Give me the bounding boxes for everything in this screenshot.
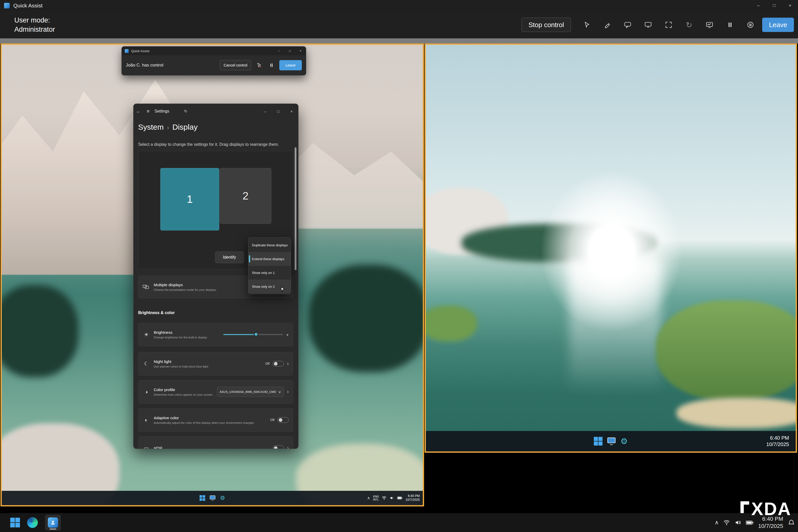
tray-chevron-icon[interactable]: ∧ [367, 496, 370, 500]
toggle-state-label: Off [265, 362, 269, 365]
settings-titlebar[interactable]: ← ≡ Settings ↻ – □ × [134, 104, 298, 119]
page-title: Display [172, 123, 197, 131]
monitor-icon [644, 21, 652, 28]
taskbar-app-icons [0, 515, 61, 530]
multiple-displays-icon [142, 284, 150, 290]
chevron-right-icon[interactable]: › [287, 388, 289, 395]
fullscreen-button[interactable] [660, 18, 677, 32]
adaptive-color-toggle[interactable] [278, 417, 289, 423]
row-title: HDR [154, 446, 269, 449]
start-button[interactable] [200, 495, 205, 501]
grass-bank-shape [656, 301, 796, 400]
brightness-slider[interactable] [223, 334, 283, 335]
stop-control-button[interactable]: Stop control [521, 18, 571, 32]
row-title: Night light [154, 359, 262, 364]
menu-item-show-only-1[interactable]: Show only on 1 [248, 266, 291, 280]
taskbar-clock[interactable]: 6:40 PM 10/7/2025 [405, 494, 420, 502]
monitor-select-button[interactable] [640, 18, 657, 32]
quick-assist-gear-icon[interactable]: ⚙ [220, 495, 225, 501]
display-1-rect[interactable]: 1 [160, 168, 219, 230]
brightness-row[interactable]: ☀ Brightness Change brightness for the b… [138, 323, 293, 346]
pause-button[interactable] [721, 18, 739, 32]
restore-button[interactable]: □ [766, 0, 782, 11]
night-light-row[interactable]: ☾ Night light Use warmer colors to help … [138, 352, 293, 376]
toggle-state-label: Off [270, 418, 274, 422]
chevron-right-icon[interactable]: › [287, 360, 289, 367]
host-taskbar: ∧ 6:40 PM 10/7/2025 [0, 513, 798, 532]
laser-pointer-button[interactable] [255, 61, 263, 70]
wifi-icon[interactable] [382, 496, 386, 500]
row-controls: › [273, 445, 289, 449]
taskbar-center-icons: ⚙ [594, 436, 628, 446]
minimize-button[interactable]: – [750, 0, 766, 11]
color-profile-row[interactable]: ◑ Color profile Determine how colors app… [138, 380, 293, 404]
color-profile-select[interactable]: ASUS_UX5406SA_8086_834C419D_CMDEF ∨ [217, 387, 284, 397]
display-app-icon[interactable] [607, 436, 616, 446]
mini-titlebar[interactable]: Quick Assist – □ × [122, 46, 306, 55]
adaptive-color-row[interactable]: ◐ Adaptive color Automatically adjust th… [138, 408, 293, 432]
slider-fill [223, 334, 256, 335]
back-icon[interactable]: ← [134, 109, 143, 114]
night-light-toggle[interactable] [273, 361, 284, 366]
start-button[interactable] [594, 437, 603, 445]
chevron-down-icon[interactable]: ∨ [286, 332, 289, 337]
mini-body: João C. has control Cancel control Leave [122, 55, 306, 75]
restore-button[interactable]: □ [272, 104, 285, 119]
task-manager-button[interactable] [701, 18, 718, 32]
restart-button[interactable]: ↻ [680, 18, 698, 32]
close-button[interactable]: × [782, 0, 798, 11]
display-app-icon[interactable] [209, 495, 216, 501]
tray-date: 10/7/2025 [766, 441, 789, 448]
row-text: Brightness Change brightness for the bui… [154, 330, 220, 339]
hdr-row[interactable]: ▭ HDR › [138, 436, 293, 449]
user-mode-value: Administrator [14, 25, 55, 34]
cancel-control-button[interactable]: Cancel control [220, 60, 251, 70]
hdr-toggle[interactable] [273, 445, 284, 449]
host-toolbar: User mode: Administrator Stop control ↻ [0, 11, 798, 38]
start-button[interactable] [10, 518, 20, 527]
battery-icon[interactable] [397, 496, 402, 499]
pause-icon [269, 62, 274, 68]
settings-scrollbar[interactable] [294, 147, 297, 270]
session-top-strip [0, 38, 798, 43]
annotate-button[interactable] [598, 18, 616, 32]
identify-button[interactable]: Identify [215, 251, 244, 263]
display-2-rect[interactable]: 2 [220, 168, 271, 224]
menu-item-duplicate[interactable]: Duplicate these displays [248, 238, 291, 252]
quick-assist-app-icon [125, 49, 129, 53]
quick-assist-gear-icon[interactable]: ⚙ [621, 436, 628, 446]
chevron-right-icon[interactable]: › [287, 445, 289, 449]
chat-button[interactable] [619, 18, 636, 32]
edge-browser-icon[interactable] [27, 517, 38, 528]
quick-assist-app-icon [48, 517, 58, 528]
window-title: Quick Assist [13, 3, 42, 9]
breadcrumb-system[interactable]: System [138, 123, 164, 131]
notification-bell-icon[interactable] [788, 519, 795, 526]
restore-button[interactable]: □ [284, 46, 295, 55]
pause-button[interactable] [267, 61, 276, 70]
user-mode-label: User mode: [14, 16, 55, 25]
taskbar-clock[interactable]: 6:40 PM 10/7/2025 [766, 435, 793, 448]
minimize-button[interactable]: – [274, 46, 284, 55]
menu-item-extend[interactable]: Extend these displays [248, 252, 291, 266]
row-controls: ASUS_UX5406SA_8086_834C419D_CMDEF ∨ › [217, 387, 289, 397]
slider-thumb[interactable] [254, 332, 258, 337]
leave-button[interactable]: Leave [762, 18, 794, 32]
leave-button[interactable]: Leave [279, 60, 302, 70]
volume-icon[interactable] [390, 496, 394, 500]
nav-menu-icon[interactable]: ≡ [143, 109, 153, 114]
close-button[interactable]: × [295, 46, 306, 55]
quick-assist-taskbar-button[interactable] [45, 515, 61, 530]
minimize-button[interactable]: – [258, 104, 272, 119]
wifi-icon[interactable] [723, 519, 730, 526]
laser-pointer-button[interactable] [578, 18, 595, 32]
volume-icon[interactable] [735, 519, 741, 526]
battery-icon[interactable] [746, 520, 754, 525]
close-button[interactable]: × [285, 104, 298, 119]
brightness-icon: ☀ [142, 331, 150, 338]
tray-chevron-icon[interactable]: ∧ [715, 519, 719, 526]
session-menu-button[interactable] [742, 18, 759, 32]
language-indicator[interactable]: ENG INTL [373, 495, 379, 501]
chat-icon [624, 21, 631, 28]
menu-item-label: Duplicate these displays [252, 243, 288, 247]
